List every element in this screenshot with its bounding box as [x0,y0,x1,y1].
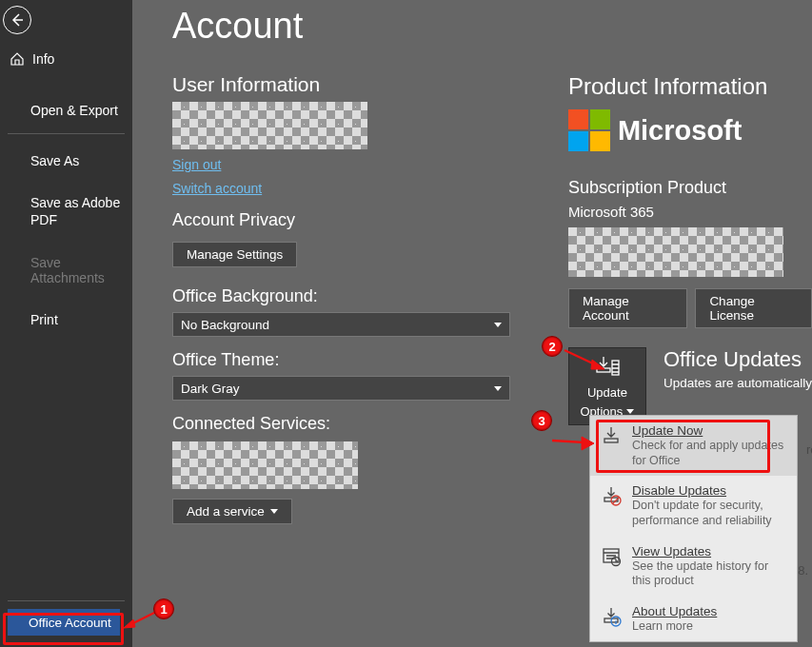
link-switch-account[interactable]: Switch account [172,181,262,196]
sidebar-item-print[interactable]: Print [0,304,132,335]
sidebar-label-open-export: Open & Export [30,103,118,118]
add-a-service-label: Add a service [187,504,265,519]
right-edge-fragment-ro: ro [806,442,812,457]
annotation-marker-3: 3 [531,410,552,431]
sidebar-label-info: Info [32,51,54,67]
heading-account-privacy: Account Privacy [172,210,513,230]
heading-office-theme: Office Theme: [172,350,513,370]
sidebar-label-save-attachments: Save Attachments [30,255,123,285]
sidebar-bottom-divider [8,600,125,601]
arrow-left-icon [10,12,25,28]
microsoft-grid-icon [568,109,610,151]
menu-item-about-updates[interactable]: About Updates Learn more [590,597,797,642]
heading-user-information: User Information [172,73,513,96]
svg-rect-2 [604,439,618,442]
menu-item-update-now[interactable]: Update Now Check for and apply updates f… [590,416,797,476]
annotation-arrow-3 [550,433,596,452]
menu-item-view-updates[interactable]: View Updates See the update history for … [590,537,797,597]
menu-item-title: Update Now [632,423,787,438]
menu-item-title: Disable Updates [632,483,787,498]
change-license-button[interactable]: Change License [695,288,812,328]
update-options-menu: Update Now Check for and apply updates f… [589,415,798,642]
chevron-down-icon [494,386,502,391]
left-column: User Information Sign out Switch account… [172,73,513,524]
sidebar-divider [8,133,125,134]
page-title: Account [172,6,812,47]
chevron-down-icon [626,409,634,414]
annotation-marker-1: 1 [153,598,174,619]
sidebar-item-open-export[interactable]: Open & Export [0,95,132,126]
sidebar-item-info[interactable]: Info [0,44,132,74]
update-options-label-1: Update [587,385,627,401]
office-theme-value: Dark Gray [181,382,240,396]
chevron-down-icon [494,323,502,327]
link-sign-out[interactable]: Sign out [172,157,221,172]
office-updates-info: Office Updates Updates are automatically [663,347,812,390]
add-a-service-button[interactable]: Add a service [172,499,292,524]
connected-services-placeholder [172,441,358,489]
heading-office-updates: Office Updates [663,347,812,372]
office-background-value: No Background [181,318,269,332]
menu-item-title: View Updates [632,544,787,559]
manage-account-label: Manage Account [583,294,673,323]
sidebar-label-save-as: Save As [30,153,79,168]
download-icon [600,424,623,447]
user-info-placeholder [172,102,367,149]
manage-settings-button[interactable]: Manage Settings [172,242,297,267]
svg-marker-10 [591,360,604,369]
subscription-placeholder [568,227,783,277]
history-icon [600,545,623,568]
sidebar-label-print: Print [30,312,58,327]
menu-item-desc: Learn more [632,619,717,635]
svg-marker-9 [124,619,135,628]
menu-item-desc: See the update history for this product [632,559,787,589]
menu-item-title: About Updates [632,604,717,618]
heading-connected-services: Connected Services: [172,414,513,434]
change-license-label: Change License [709,294,798,323]
chevron-down-icon [270,509,278,514]
annotation-marker-2: 2 [542,336,563,357]
subscription-name: Microsoft 365 [568,204,812,220]
sidebar-item-save-as-adobe-pdf[interactable]: Save as Adobe PDF [0,187,132,236]
annotation-arrow-2 [561,344,608,373]
backstage-sidebar: Info Open & Export Save As Save as Adobe… [0,0,132,647]
microsoft-logo: Microsoft [568,109,812,151]
sidebar-label-save-as-adobe-pdf: Save as Adobe PDF [30,195,123,228]
office-updates-subtext: Updates are automatically [663,376,812,390]
sidebar-item-save-as[interactable]: Save As [0,146,132,176]
back-button[interactable] [3,6,31,34]
office-background-select[interactable]: No Background [172,312,510,337]
heading-product-information: Product Information [568,73,812,100]
manage-account-button[interactable]: Manage Account [568,288,687,328]
office-theme-select[interactable]: Dark Gray [172,376,510,401]
manage-settings-label: Manage Settings [187,247,283,262]
heading-subscription-product: Subscription Product [568,178,812,198]
menu-item-desc: Check for and apply updates for Office [632,439,787,468]
sidebar-item-office-account[interactable]: Office Account [8,609,120,636]
download-info-icon [600,605,623,628]
sidebar-label-office-account: Office Account [29,616,111,630]
svg-marker-11 [582,437,594,450]
download-blocked-icon [600,484,623,507]
sidebar-item-save-attachments: Save Attachments [0,247,132,293]
microsoft-wordmark: Microsoft [618,115,743,147]
menu-item-disable-updates[interactable]: Disable Updates Don't update for securit… [590,476,797,536]
home-icon [10,51,25,67]
menu-item-desc: Don't update for security, performance a… [632,499,787,528]
heading-office-background: Office Background: [172,286,513,306]
